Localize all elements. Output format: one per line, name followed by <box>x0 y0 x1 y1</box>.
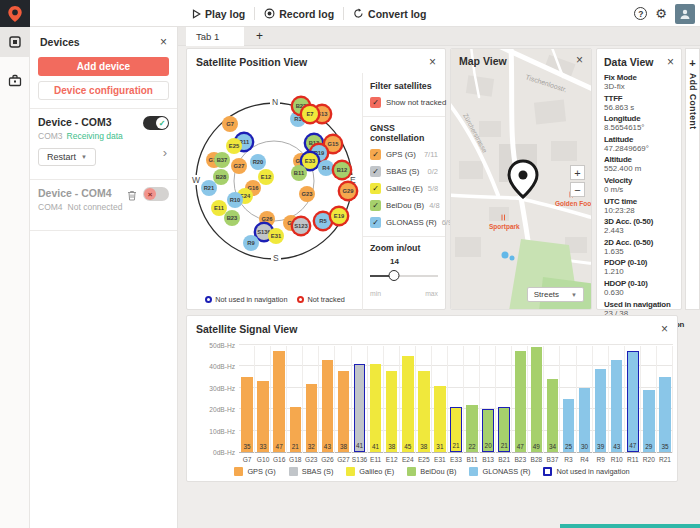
signal-bar-G26[interactable]: 43 <box>322 360 334 452</box>
show-not-tracked-checkbox[interactable]: ✓ <box>370 97 381 108</box>
data-field: HDOP (0-10)0.630 <box>604 279 674 297</box>
zoom-slider[interactable]: 14 <box>370 266 438 286</box>
settings-gear-icon[interactable]: ⚙ <box>655 7 667 20</box>
constellation-row-glonass[interactable]: ✓GLONASS (R)6/9 <box>370 217 438 228</box>
satellite-R9[interactable]: R9 <box>243 235 259 251</box>
legend-label: BeiDou (B) <box>420 467 456 476</box>
satellite-E31[interactable]: E31 <box>268 228 284 244</box>
satellite-G23[interactable]: G23 <box>299 186 315 202</box>
signal-bar-E33[interactable]: 21 <box>450 407 462 452</box>
satellite-E19[interactable]: E19 <box>331 208 347 224</box>
play-log-button[interactable]: Play log <box>192 8 245 20</box>
device-com4-port: COM4 <box>38 202 63 212</box>
signal-bar-R9[interactable]: 39 <box>595 369 607 452</box>
x-tick-G7: G7 <box>239 456 255 463</box>
add-tab-button[interactable]: + <box>256 29 263 43</box>
signal-bar-G10[interactable]: 33 <box>257 381 269 452</box>
app-logo[interactable] <box>0 0 30 27</box>
signal-bar-R4[interactable]: 30 <box>579 388 591 452</box>
restart-dropdown[interactable]: Restart ▼ <box>38 148 96 166</box>
satellite-B12[interactable]: B12 <box>334 162 350 178</box>
signal-bar-E31[interactable]: 31 <box>434 386 446 452</box>
glonass-checkbox[interactable]: ✓ <box>370 217 381 228</box>
constellation-row-sbas[interactable]: ✓SBAS (S)0/2 <box>370 166 438 177</box>
x-tick-E12: E12 <box>384 456 400 463</box>
satellite-E7[interactable]: E7 <box>302 106 318 122</box>
add-content-tab[interactable]: + Add Content <box>685 48 700 310</box>
constellation-row-beidou[interactable]: ✓BeiDou (B)4/8 <box>370 200 438 211</box>
zoom-out-button[interactable]: − <box>570 182 585 197</box>
signal-bar-E25[interactable]: 38 <box>418 371 430 452</box>
satellite-R21[interactable]: R21 <box>201 180 217 196</box>
show-not-tracked-row[interactable]: ✓ Show not tracked <box>370 97 438 108</box>
signal-bar-G7[interactable]: 35 <box>241 377 253 452</box>
sbas-checkbox[interactable]: ✓ <box>370 166 381 177</box>
bar-value: 43 <box>611 443 623 450</box>
signal-bar-R21[interactable]: 35 <box>659 377 671 452</box>
close-icon[interactable]: × <box>667 57 674 67</box>
zoom-in-button[interactable]: + <box>570 165 585 180</box>
basemap-select[interactable]: Streets ▼ <box>527 287 584 302</box>
device-com3-port: COM3 <box>38 131 63 141</box>
signal-bar-E11[interactable]: 41 <box>370 364 382 452</box>
signal-bar-E24[interactable]: 45 <box>402 356 414 452</box>
gps-checkbox[interactable]: ✓ <box>370 149 381 160</box>
satellite-E25[interactable]: E25 <box>226 138 242 154</box>
device-com3-expand-chevron[interactable]: › <box>163 145 167 160</box>
satellite-S123[interactable]: S123 <box>293 218 309 234</box>
rail-item-toolbox[interactable] <box>0 65 30 95</box>
signal-bar-R3[interactable]: 25 <box>563 399 575 453</box>
user-avatar[interactable] <box>675 4 695 24</box>
signal-bar-R10[interactable]: 43 <box>611 360 623 452</box>
satellite-R20[interactable]: R20 <box>250 154 266 170</box>
close-icon[interactable]: × <box>160 37 167 47</box>
help-icon[interactable]: ? <box>634 7 647 20</box>
galileo-checkbox[interactable]: ✓ <box>370 183 381 194</box>
tab-1[interactable]: Tab 1 <box>186 27 244 46</box>
constellation-row-gps[interactable]: ✓GPS (G)7/11 <box>370 149 438 160</box>
data-field: Fix Mode3D-fix <box>604 73 674 91</box>
signal-bar-G27[interactable]: 38 <box>338 371 350 452</box>
constellation-row-galileo[interactable]: ✓Galileo (E)5/8 <box>370 183 438 194</box>
signal-bar-B11[interactable]: 22 <box>466 405 478 452</box>
satellite-G27[interactable]: G27 <box>231 158 247 174</box>
signal-bar-R20[interactable]: 29 <box>643 390 655 452</box>
satellite-R4[interactable]: R4 <box>318 160 334 176</box>
satellite-G29[interactable]: G29 <box>340 183 356 199</box>
trash-icon[interactable] <box>127 187 137 205</box>
device-com4-toggle[interactable]: × <box>143 187 169 201</box>
legend-item-sbas: SBAS (S) <box>289 467 334 476</box>
satellite-G7[interactable]: G7 <box>222 116 238 132</box>
beidou-checkbox[interactable]: ✓ <box>370 200 381 211</box>
satellite-B23[interactable]: B23 <box>224 210 240 226</box>
device-com3-toggle[interactable]: ✓ <box>143 116 169 130</box>
signal-bar-B21[interactable]: 21 <box>498 407 510 452</box>
signal-bar-B37[interactable]: 34 <box>547 379 559 452</box>
signal-bar-B28[interactable]: 49 <box>531 347 543 452</box>
satellite-B37[interactable]: B37 <box>214 152 230 168</box>
signal-bar-G18[interactable]: 21 <box>290 407 302 452</box>
signal-bar-B13[interactable]: 20 <box>482 409 494 452</box>
signal-bar-G23[interactable]: 32 <box>306 384 318 452</box>
satellite-R5[interactable]: R5 <box>315 213 331 229</box>
satellite-G15[interactable]: G15 <box>325 136 341 152</box>
add-device-button[interactable]: Add device <box>38 57 169 76</box>
y-tick: 10dB-Hz <box>191 428 235 435</box>
zoom-max-label: max <box>425 290 438 297</box>
rail-item-devices[interactable] <box>0 27 30 57</box>
signal-bar-R11[interactable]: 47 <box>627 351 639 452</box>
satellite-B11[interactable]: B11 <box>291 165 307 181</box>
signal-bar-S136[interactable]: 41 <box>354 364 366 452</box>
data-field-value: 0 m/s <box>604 185 674 194</box>
signal-bar-E12[interactable]: 38 <box>386 371 398 452</box>
device-configuration-button[interactable]: Device configuration <box>38 81 169 100</box>
record-log-button[interactable]: Record log <box>264 8 334 20</box>
satellite-E12[interactable]: E12 <box>258 169 274 185</box>
satellite-R10[interactable]: R10 <box>227 192 243 208</box>
slider-handle[interactable] <box>389 270 400 281</box>
signal-bar-B23[interactable]: 47 <box>515 351 527 452</box>
convert-log-button[interactable]: Convert log <box>353 8 426 20</box>
close-icon[interactable]: × <box>429 57 436 67</box>
close-icon[interactable]: × <box>576 55 583 67</box>
signal-bar-G16[interactable]: 47 <box>273 351 285 452</box>
